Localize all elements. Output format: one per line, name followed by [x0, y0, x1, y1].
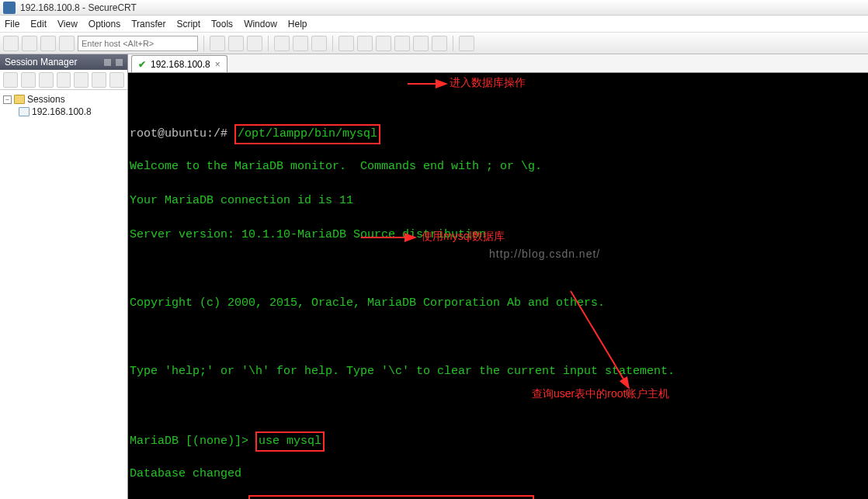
sm-toolbar-btn[interactable] — [39, 72, 54, 88]
menu-bar: File Edit View Options Transfer Script T… — [0, 16, 868, 33]
toolbar-btn[interactable] — [339, 36, 354, 51]
toolbar-btn[interactable] — [40, 36, 56, 51]
session-icon — [19, 107, 30, 116]
pin-icon[interactable] — [104, 59, 111, 66]
toolbar-btn[interactable] — [228, 36, 244, 51]
toolbar-btn[interactable] — [413, 36, 429, 51]
session-manager-panel: Session Manager − Sessions 192.168.1 — [0, 54, 128, 499]
terminal-line: Database changed — [128, 466, 868, 483]
toolbar-btn[interactable] — [293, 36, 308, 51]
highlight-box-3: SELECT host FROM user WHERE user='root'; — [248, 495, 534, 499]
annotation-text-3: 查询user表中的root账户主机 — [532, 385, 669, 402]
toolbar-btn[interactable] — [376, 36, 391, 51]
toolbar-btn[interactable] — [247, 36, 262, 51]
menu-edit[interactable]: Edit — [30, 19, 47, 29]
toolbar-separator — [453, 36, 453, 51]
title-bar: 192.168.100.8 - SecureCRT — [0, 0, 868, 16]
host-input[interactable] — [78, 36, 198, 51]
close-icon[interactable] — [116, 59, 123, 66]
terminal-content: root@ubuntu:/# /opt/lampp/bin/mysql Welc… — [128, 107, 868, 499]
menu-file[interactable]: File — [5, 19, 19, 29]
session-manager-title: Session Manager — [5, 57, 77, 68]
menu-options[interactable]: Options — [89, 19, 120, 29]
toolbar-separator — [332, 36, 333, 51]
annotation-arrow — [408, 76, 454, 92]
toolbar-btn[interactable] — [357, 36, 373, 51]
highlight-box-2: use mysql — [255, 431, 325, 452]
session-manager-toolbar — [0, 70, 127, 90]
window-title: 192.168.100.8 - SecureCRT — [20, 2, 137, 13]
terminal-line: Welcome to the MariaDB monitor. Commands… — [128, 158, 868, 175]
tree-root[interactable]: − Sessions — [2, 93, 126, 106]
terminal-line: Type 'help;' or '\h' for help. Type '\c'… — [128, 363, 868, 380]
menu-view[interactable]: View — [57, 19, 78, 29]
toolbar-btn[interactable] — [274, 36, 290, 51]
tab-label: 192.168.100.8 — [151, 59, 210, 70]
menu-window[interactable]: Window — [244, 19, 277, 29]
tab-close-icon[interactable]: × — [215, 59, 220, 70]
tree-root-label: Sessions — [27, 94, 65, 105]
terminal-line — [128, 397, 868, 414]
terminal-line — [128, 329, 868, 346]
folder-icon — [14, 95, 25, 104]
terminal-line: Your MariaDB connection id is 11 — [128, 192, 868, 210]
menu-script[interactable]: Script — [176, 19, 200, 29]
toolbar — [0, 33, 868, 54]
toolbar-btn[interactable] — [210, 36, 225, 51]
toolbar-btn[interactable] — [432, 36, 447, 51]
toolbar-btn[interactable] — [459, 36, 474, 51]
terminal-area: ✔ 192.168.100.8 × root@ubuntu:/# /opt/la… — [128, 54, 868, 499]
session-tree: − Sessions 192.168.100.8 — [0, 90, 127, 499]
sm-toolbar-btn[interactable] — [21, 72, 36, 88]
terminal-line — [128, 261, 868, 278]
sm-toolbar-btn[interactable] — [57, 72, 71, 88]
tree-session-label: 192.168.100.8 — [32, 106, 92, 117]
sm-toolbar-btn[interactable] — [109, 72, 124, 88]
main-area: Session Manager − Sessions 192.168.1 — [0, 54, 868, 499]
tree-session-item[interactable]: 192.168.100.8 — [2, 106, 126, 118]
terminal-tab[interactable]: ✔ 192.168.100.8 × — [131, 55, 227, 72]
mariadb-prompt: MariaDB [(none)]> — [130, 435, 255, 448]
watermark: http://blog.csdn.net/ — [489, 245, 600, 262]
toolbar-btn[interactable] — [59, 36, 75, 51]
sm-toolbar-btn[interactable] — [74, 72, 89, 88]
menu-transfer[interactable]: Transfer — [131, 19, 165, 29]
toolbar-btn[interactable] — [311, 36, 327, 51]
connected-check-icon: ✔ — [138, 59, 146, 70]
app-icon — [3, 2, 16, 14]
tab-strip: ✔ 192.168.100.8 × — [128, 54, 868, 73]
sm-toolbar-btn[interactable] — [3, 72, 18, 88]
annotation-text-1: 进入数据库操作 — [450, 74, 526, 91]
menu-help[interactable]: Help — [288, 19, 307, 29]
highlight-box-1: /opt/lampp/bin/mysql — [234, 124, 380, 144]
annotation-text-2: 使用mysql数据库 — [422, 227, 505, 244]
toolbar-separator — [203, 36, 204, 51]
expand-icon[interactable]: − — [3, 95, 12, 104]
toolbar-btn[interactable] — [22, 36, 37, 51]
toolbar-btn[interactable] — [394, 36, 410, 51]
sm-toolbar-btn[interactable] — [92, 72, 106, 88]
menu-tools[interactable]: Tools — [211, 19, 233, 29]
toolbar-separator — [268, 36, 269, 51]
toolbar-btn[interactable] — [3, 36, 19, 51]
shell-prompt: root@ubuntu:/# — [130, 127, 234, 140]
session-manager-title-bar: Session Manager — [0, 54, 127, 70]
terminal[interactable]: root@ubuntu:/# /opt/lampp/bin/mysql Welc… — [128, 73, 868, 499]
terminal-line: Copyright (c) 2000, 2015, Oracle, MariaD… — [128, 295, 868, 312]
